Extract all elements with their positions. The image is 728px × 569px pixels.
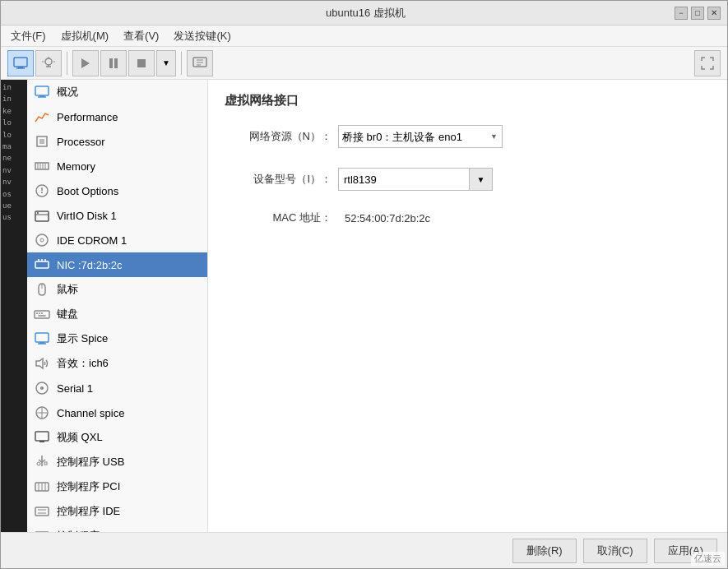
menu-sendkeys[interactable]: 发送按键(K) xyxy=(167,27,237,45)
menu-view[interactable]: 查看(V) xyxy=(117,27,165,45)
sidebar-item-ctrl-virtio[interactable]: 控制程序 VirtIO Serial xyxy=(27,524,207,532)
menu-vm[interactable]: 虚拟机(M) xyxy=(54,27,116,45)
network-source-select[interactable]: 桥接 br0：主机设备 eno1 xyxy=(338,125,503,148)
pause-icon xyxy=(107,57,120,70)
toolbar-dropdown-btn[interactable]: ▼ xyxy=(156,50,176,76)
sidebar-item-boot-options[interactable]: Boot Options xyxy=(27,178,207,203)
terminal-text: ininkelolomanenvnvosueus xyxy=(2,81,26,224)
channel-icon xyxy=(34,405,50,421)
svg-rect-11 xyxy=(114,58,118,68)
sidebar-item-channel[interactable]: Channel spice xyxy=(27,400,207,425)
sidebar-label-ctrl-ide: 控制程序 IDE xyxy=(57,504,120,519)
sidebar-item-ctrl-ide[interactable]: 控制程序 IDE xyxy=(27,499,207,524)
toolbar: ▼ xyxy=(1,47,727,80)
sidebar-label-channel: Channel spice xyxy=(57,407,124,419)
sidebar-item-nic[interactable]: NIC :7d:2b:2c xyxy=(27,252,207,277)
boot-icon xyxy=(34,183,50,199)
sidebar-label-nic: NIC :7d:2b:2c xyxy=(57,259,123,271)
sidebar-item-processor[interactable]: Processor xyxy=(27,129,207,154)
svg-rect-22 xyxy=(35,163,49,169)
sidebar-item-serial[interactable]: Serial 1 xyxy=(27,376,207,400)
device-model-wrapper: ▼ xyxy=(338,168,493,191)
sidebar-item-display[interactable]: 显示 Spice xyxy=(27,326,207,351)
device-model-dropdown[interactable]: ▼ xyxy=(470,168,493,191)
main-panel: 虚拟网络接口 网络资源（N）： 桥接 br0：主机设备 eno1 设备型号（I）… xyxy=(208,80,727,532)
cancel-button[interactable]: 取消(C) xyxy=(583,539,647,563)
sidebar-item-memory[interactable]: Memory xyxy=(27,154,207,178)
window-title: ubuntu16 虚拟机 xyxy=(57,6,675,21)
sidebar: 概况 Performance Processor M xyxy=(27,80,208,532)
svg-rect-65 xyxy=(35,507,49,516)
toolbar-stop-btn[interactable] xyxy=(128,50,155,76)
terminal-strip: ininkelolomanenvnvosueus xyxy=(1,80,27,532)
toolbar-play-btn[interactable] xyxy=(72,50,99,76)
close-button[interactable]: ✕ xyxy=(707,7,721,20)
monitor-icon xyxy=(12,55,29,72)
sidebar-label-boot: Boot Options xyxy=(57,185,118,197)
audio-icon xyxy=(34,355,50,372)
ctrl-ide-icon xyxy=(34,503,50,520)
title-bar: ubuntu16 虚拟机 － □ ✕ xyxy=(1,1,727,25)
sidebar-label-audio: 音效：ich6 xyxy=(57,356,109,371)
device-model-label: 设备型号（I）： xyxy=(225,172,332,187)
toolbar-sep1 xyxy=(67,52,67,75)
sidebar-item-audio[interactable]: 音效：ich6 xyxy=(27,351,207,376)
maximize-button[interactable]: □ xyxy=(691,7,704,20)
svg-marker-9 xyxy=(81,58,90,68)
sidebar-item-virtio-disk[interactable]: VirtIO Disk 1 xyxy=(27,203,207,228)
sidebar-label-memory: Memory xyxy=(57,160,95,173)
delete-button[interactable]: 删除(R) xyxy=(512,539,577,563)
svg-point-3 xyxy=(45,58,52,65)
sidebar-item-ide-cdrom[interactable]: IDE CDROM 1 xyxy=(27,228,207,252)
mac-address-row: MAC 地址： 52:54:00:7d:2b:2c xyxy=(225,210,711,225)
display-icon xyxy=(34,331,50,347)
sidebar-item-performance[interactable]: Performance xyxy=(27,104,207,129)
sidebar-item-overview[interactable]: 概况 xyxy=(27,80,207,104)
svg-point-32 xyxy=(37,212,39,214)
sidebar-label-serial: Serial 1 xyxy=(57,382,93,395)
toolbar-screen-btn[interactable] xyxy=(187,50,213,76)
sidebar-label-ide-cdrom: IDE CDROM 1 xyxy=(57,234,127,247)
sidebar-item-keyboard[interactable]: 键盘 xyxy=(27,302,207,326)
toolbar-fullscreen-btn[interactable] xyxy=(694,50,721,76)
play-icon xyxy=(79,57,92,70)
memory-icon xyxy=(34,158,50,174)
menu-file[interactable]: 文件(F) xyxy=(4,27,53,45)
lightbulb-icon xyxy=(40,55,57,72)
sidebar-item-ctrl-usb[interactable]: 控制程序 USB xyxy=(27,450,207,474)
stop-icon xyxy=(135,57,148,70)
sidebar-label-keyboard: 键盘 xyxy=(57,307,78,322)
toolbar-monitor-btn[interactable] xyxy=(7,50,34,76)
ctrl-usb-icon xyxy=(34,454,50,470)
toolbar-light-btn[interactable] xyxy=(35,50,62,76)
sidebar-item-ctrl-pci[interactable]: 控制程序 PCI xyxy=(27,474,207,499)
device-model-row: 设备型号（I）： ▼ xyxy=(225,168,711,191)
overview-icon xyxy=(34,84,50,100)
sidebar-item-mouse[interactable]: 鼠标 xyxy=(27,277,207,302)
svg-rect-10 xyxy=(109,58,113,68)
network-source-label: 网络资源（N）： xyxy=(225,129,332,144)
svg-point-50 xyxy=(40,386,44,390)
ctrl-pci-icon xyxy=(34,479,50,495)
svg-point-29 xyxy=(41,192,43,193)
svg-rect-55 xyxy=(39,441,44,442)
toolbar-pause-btn[interactable] xyxy=(100,50,127,76)
toolbar-sep2 xyxy=(181,52,182,75)
network-source-row: 网络资源（N）： 桥接 br0：主机设备 eno1 xyxy=(225,125,711,148)
svg-rect-0 xyxy=(14,58,27,67)
svg-marker-48 xyxy=(36,359,43,368)
device-model-input[interactable] xyxy=(338,168,470,191)
svg-rect-35 xyxy=(35,261,49,268)
svg-rect-21 xyxy=(39,139,44,144)
panel-title: 虚拟网络接口 xyxy=(225,93,711,109)
svg-rect-45 xyxy=(35,333,49,342)
svg-point-33 xyxy=(36,234,48,246)
mac-address-label: MAC 地址： xyxy=(225,210,332,225)
sidebar-label-virtio-disk: VirtIO Disk 1 xyxy=(57,210,117,222)
sidebar-item-video[interactable]: 视频 QXL xyxy=(27,425,207,450)
sidebar-label-performance: Performance xyxy=(57,111,118,123)
minimize-button[interactable]: － xyxy=(675,7,688,20)
video-icon xyxy=(34,429,50,446)
network-source-wrapper: 桥接 br0：主机设备 eno1 xyxy=(338,125,503,148)
mouse-icon xyxy=(34,281,50,298)
